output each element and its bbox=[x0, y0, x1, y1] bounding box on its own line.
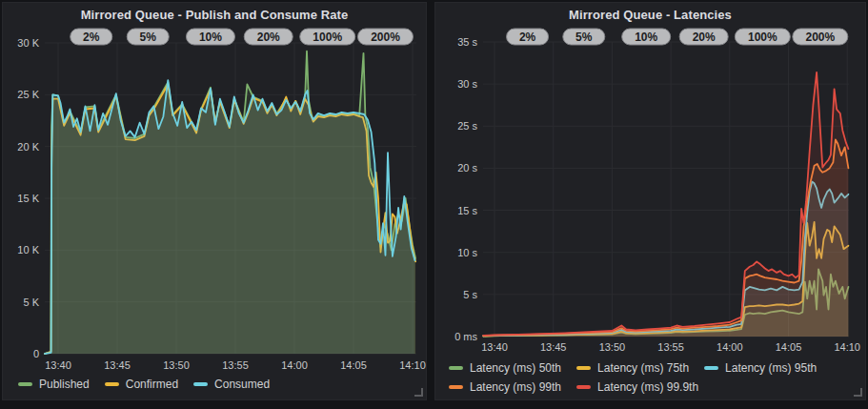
annotation-pill-label: 20% bbox=[257, 31, 280, 44]
legend-item-latency-ms-95th[interactable]: Latency (ms) 95th bbox=[704, 358, 817, 378]
annotation-pill[interactable]: 10% bbox=[622, 29, 671, 45]
chart-svg: 05 K10 K15 K20 K25 K30 K13:4013:4513:501… bbox=[3, 3, 426, 399]
y-tick-label: 0 bbox=[33, 348, 39, 359]
series-latency-ms-99-9th-area bbox=[483, 72, 848, 337]
legend-item-confirmed[interactable]: Confirmed bbox=[105, 375, 178, 394]
annotation-pill[interactable]: 10% bbox=[186, 29, 234, 45]
annotation-pill[interactable]: 200% bbox=[793, 29, 848, 45]
legend-swatch-icon bbox=[449, 385, 463, 389]
legend-label: Published bbox=[39, 375, 90, 394]
legend-label: Latency (ms) 50th bbox=[470, 358, 561, 378]
y-tick-label: 15 K bbox=[17, 193, 39, 204]
y-tick-label: 15 s bbox=[457, 205, 477, 216]
annotation-pill[interactable]: 100% bbox=[300, 29, 355, 45]
legend-label: Consumed bbox=[214, 375, 270, 394]
x-tick-label: 14:00 bbox=[717, 341, 743, 353]
annotation-pill[interactable]: 2% bbox=[71, 29, 112, 45]
x-tick-label: 13:55 bbox=[657, 341, 684, 353]
x-tick-label: 14:10 bbox=[834, 341, 860, 353]
y-tick-label: 20 s bbox=[457, 162, 477, 174]
legend-label: Latency (ms) 95th bbox=[725, 358, 817, 378]
rate-chart-area: 05 K10 K15 K20 K25 K30 K13:4013:4513:501… bbox=[3, 3, 426, 399]
latency-legend: Latency (ms) 50thLatency (ms) 75thLatenc… bbox=[449, 358, 868, 397]
annotation-pill[interactable]: 5% bbox=[127, 29, 169, 45]
annotation-pill-label: 100% bbox=[748, 31, 777, 44]
annotation-pill-label: 20% bbox=[693, 31, 716, 44]
annotation-pill-label: 10% bbox=[199, 31, 222, 44]
panel-title[interactable]: Mirrored Queue - Publish and Consume Rat… bbox=[3, 3, 426, 22]
legend-swatch-icon bbox=[193, 382, 208, 386]
x-tick-label: 14:10 bbox=[399, 359, 426, 371]
annotation-pill-label: 200% bbox=[371, 31, 400, 44]
x-tick-label: 14:00 bbox=[281, 359, 308, 371]
annotation-pill-label: 5% bbox=[575, 31, 593, 44]
legend-item-latency-ms-75th[interactable]: Latency (ms) 75th bbox=[576, 358, 689, 378]
legend-swatch-icon bbox=[576, 385, 591, 389]
y-tick-label: 0 ms bbox=[454, 331, 477, 342]
y-tick-label: 30 s bbox=[457, 78, 477, 90]
legend-label: Latency (ms) 99th bbox=[470, 378, 561, 397]
x-tick-label: 13:50 bbox=[163, 359, 190, 371]
panel-latencies: Mirrored Queue - Latencies 0 ms5 s10 s15… bbox=[434, 2, 866, 400]
x-tick-label: 14:05 bbox=[340, 359, 367, 371]
legend-swatch-icon bbox=[105, 382, 119, 386]
legend-swatch-icon bbox=[704, 366, 718, 370]
legend-item-latency-ms-99-9th[interactable]: Latency (ms) 99.9th bbox=[576, 378, 698, 397]
legend-swatch-icon bbox=[576, 366, 591, 370]
annotation-pill[interactable]: 100% bbox=[735, 29, 790, 45]
x-tick-label: 13:45 bbox=[104, 359, 131, 371]
y-tick-label: 35 s bbox=[457, 36, 477, 48]
annotation-pill-label: 200% bbox=[805, 31, 835, 44]
y-tick-label: 20 K bbox=[17, 141, 39, 153]
rate-legend: PublishedConfirmedConsumed bbox=[18, 375, 418, 394]
annotation-pill[interactable]: 5% bbox=[563, 29, 605, 45]
y-tick-label: 25 s bbox=[457, 120, 477, 132]
y-tick-label: 5 K bbox=[23, 297, 39, 308]
x-tick-label: 13:40 bbox=[481, 341, 508, 353]
y-tick-label: 5 s bbox=[463, 289, 477, 300]
x-tick-label: 13:40 bbox=[45, 359, 71, 371]
legend-label: Latency (ms) 75th bbox=[597, 358, 689, 378]
legend-item-consumed[interactable]: Consumed bbox=[193, 375, 270, 394]
annotation-pill-label: 5% bbox=[140, 31, 157, 44]
panel-title[interactable]: Mirrored Queue - Latencies bbox=[435, 3, 865, 22]
annotation-pill-label: 2% bbox=[519, 31, 536, 44]
annotation-pill-label: 10% bbox=[635, 31, 657, 44]
latency-chart-area: 0 ms5 s10 s15 s20 s25 s30 s35 s13:4013:4… bbox=[435, 3, 865, 399]
annotation-pill[interactable]: 200% bbox=[357, 29, 413, 45]
chart-svg: 0 ms5 s10 s15 s20 s25 s30 s35 s13:4013:4… bbox=[435, 3, 865, 399]
legend-label: Latency (ms) 99.9th bbox=[597, 378, 698, 397]
legend-item-latency-ms-50th[interactable]: Latency (ms) 50th bbox=[449, 358, 561, 378]
x-tick-label: 13:50 bbox=[599, 341, 626, 353]
annotation-pill-label: 100% bbox=[313, 31, 342, 44]
legend-item-published[interactable]: Published bbox=[18, 375, 90, 394]
legend-swatch-icon bbox=[18, 382, 32, 386]
x-tick-label: 13:45 bbox=[540, 341, 567, 353]
y-tick-label: 10 s bbox=[457, 247, 477, 258]
legend-swatch-icon bbox=[449, 366, 463, 370]
legend-label: Confirmed bbox=[126, 375, 178, 394]
annotation-pill[interactable]: 2% bbox=[507, 29, 549, 45]
y-tick-label: 10 K bbox=[17, 244, 39, 256]
x-tick-label: 13:55 bbox=[222, 359, 249, 371]
annotation-pill[interactable]: 20% bbox=[244, 29, 293, 45]
y-tick-label: 30 K bbox=[17, 37, 39, 49]
panel-publish-consume-rate: Mirrored Queue - Publish and Consume Rat… bbox=[2, 2, 427, 400]
annotation-pill-label: 2% bbox=[83, 31, 100, 44]
x-tick-label: 14:05 bbox=[776, 341, 802, 353]
legend-item-latency-ms-99th[interactable]: Latency (ms) 99th bbox=[449, 378, 561, 397]
annotation-pill[interactable]: 20% bbox=[679, 29, 728, 45]
y-tick-label: 25 K bbox=[17, 89, 39, 100]
